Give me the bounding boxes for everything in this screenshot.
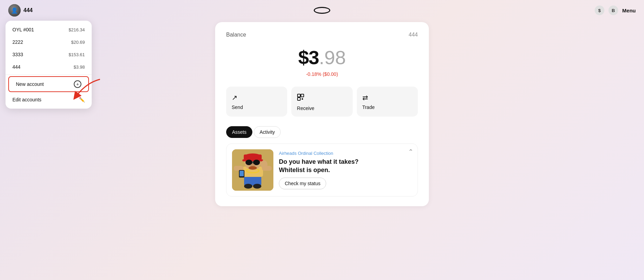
account-2222-label: 2222 — [12, 39, 23, 45]
menu-button[interactable]: Menu — [622, 8, 636, 13]
balance-header: Balance 444 — [226, 32, 418, 38]
dropdown-divider — [6, 74, 92, 75]
avatar-image: 👤 — [8, 4, 21, 17]
send-button[interactable]: ↗ Send — [226, 87, 287, 117]
logo-area — [314, 7, 330, 14]
receive-button[interactable]: Receive — [291, 87, 352, 117]
send-label: Send — [232, 104, 243, 110]
header-account-name: 444 — [23, 7, 33, 13]
svg-rect-2 — [298, 98, 300, 100]
account-dropdown: OYL #001 $216.34 2222 $20.69 3333 $153.6… — [6, 21, 92, 109]
asset-title-line2: Whitelist is open. — [279, 167, 330, 173]
header-right: $ B Menu — [595, 6, 636, 15]
edit-icon: ✏️ — [79, 97, 85, 102]
asset-info: Airheads Ordinal Collection Do you have … — [279, 149, 412, 191]
wallet-account-id: 444 — [409, 32, 418, 38]
account-3333-label: 3333 — [12, 52, 23, 57]
usd-currency-button[interactable]: $ — [595, 6, 604, 15]
btc-currency-button[interactable]: B — [608, 6, 618, 15]
account-selector[interactable]: 👤 444 — [8, 4, 33, 17]
asset-title: Do you have what it takes? Whitelist is … — [279, 158, 412, 174]
avatar: 👤 — [8, 4, 21, 17]
account-oyl001-label: OYL #001 — [12, 27, 34, 32]
account-444-label: 444 — [12, 64, 20, 70]
svg-point-16 — [249, 166, 257, 170]
account-item-3333[interactable]: 3333 $153.61 — [6, 48, 92, 61]
tabs: Assets Activity — [226, 126, 418, 138]
new-account-label: New account — [16, 81, 44, 87]
account-3333-balance: $153.61 — [69, 52, 85, 57]
balance-change: -0.18% ($0.00) — [226, 71, 418, 77]
svg-rect-10 — [244, 154, 262, 160]
svg-rect-3 — [302, 98, 303, 100]
asset-card: Airheads Ordinal Collection Do you have … — [226, 143, 418, 197]
svg-point-22 — [244, 184, 252, 189]
svg-rect-21 — [240, 171, 244, 176]
trade-button[interactable]: ⇄ Trade — [357, 87, 418, 117]
trade-label: Trade — [362, 104, 375, 110]
svg-rect-0 — [298, 94, 300, 97]
edit-accounts-label: Edit accounts — [12, 97, 41, 102]
svg-rect-17 — [234, 166, 243, 171]
account-444-balance: $3.98 — [73, 64, 85, 70]
account-2222-balance: $20.69 — [71, 40, 85, 45]
asset-image — [232, 149, 273, 191]
account-oyl001-balance: $216.34 — [69, 27, 85, 32]
account-item-444[interactable]: 444 $3.98 — [6, 61, 92, 73]
nft-illustration — [232, 149, 273, 191]
new-account-item[interactable]: New account + — [8, 76, 89, 92]
balance-label: Balance — [226, 32, 246, 38]
svg-rect-11 — [242, 159, 263, 161]
chevron-up-icon: ⌃ — [408, 148, 413, 155]
svg-point-19 — [261, 160, 268, 169]
svg-rect-1 — [301, 94, 304, 97]
action-buttons: ↗ Send Receive ⇄ Trade — [226, 87, 418, 117]
send-icon: ↗ — [232, 93, 238, 102]
receive-icon — [297, 93, 304, 103]
logo-oval — [314, 7, 330, 14]
account-item-oyl001[interactable]: OYL #001 $216.34 — [6, 23, 92, 36]
tab-assets[interactable]: Assets — [226, 126, 252, 138]
balance-amount: $3.98 — [226, 46, 418, 69]
main-content: Balance 444 $3.98 -0.18% ($0.00) ↗ Send — [0, 22, 644, 206]
check-status-button[interactable]: Check my status — [279, 178, 326, 189]
wallet-card: Balance 444 $3.98 -0.18% ($0.00) ↗ Send — [215, 22, 429, 206]
plus-icon: + — [74, 80, 81, 88]
balance-whole: $3 — [298, 47, 319, 68]
edit-accounts-item[interactable]: Edit accounts ✏️ — [6, 93, 92, 106]
receive-label: Receive — [297, 106, 314, 111]
asset-collection-name: Airheads Ordinal Collection — [279, 151, 412, 156]
account-item-2222[interactable]: 2222 $20.69 — [6, 36, 92, 48]
asset-title-line1: Do you have what it takes? — [279, 158, 359, 165]
svg-point-23 — [253, 184, 261, 189]
balance-decimal: .98 — [319, 47, 346, 68]
trade-icon: ⇄ — [362, 93, 368, 102]
svg-rect-14 — [252, 161, 253, 163]
collapse-button[interactable]: ⌃ — [408, 148, 413, 156]
tab-activity[interactable]: Activity — [254, 126, 281, 138]
header: 👤 444 $ B Menu — [0, 0, 644, 21]
